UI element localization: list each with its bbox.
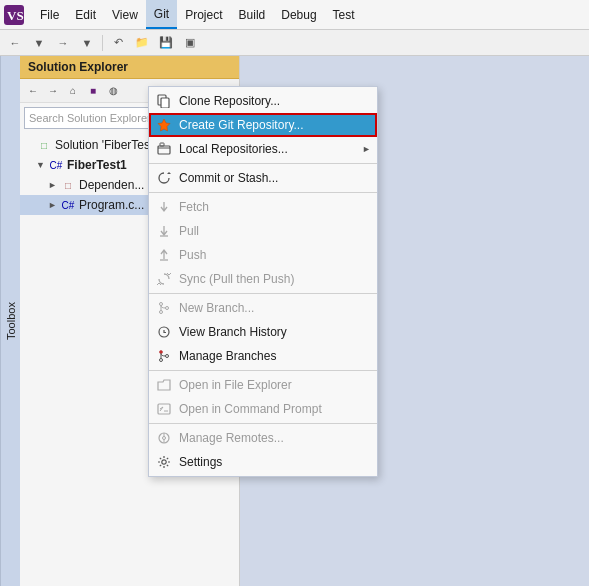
main-toolbar: ← ▼ → ▼ ↶ 📁 💾 ▣ (0, 30, 589, 56)
solution-icon: □ (36, 137, 52, 153)
separator3 (149, 293, 377, 294)
se-history-btn[interactable]: ◍ (104, 82, 122, 100)
se-vs-btn[interactable]: ■ (84, 82, 102, 100)
programcs-label: Program.c... (79, 198, 144, 212)
menu-edit[interactable]: Edit (67, 0, 104, 29)
view-branch-history-icon (155, 325, 173, 339)
undo-btn[interactable]: ↶ (107, 32, 129, 54)
fetch-icon (155, 200, 173, 214)
push-icon (155, 248, 173, 262)
menu-clone-repo[interactable]: Clone Repository... (149, 89, 377, 113)
settings-icon (155, 455, 173, 469)
menu-commit-stash[interactable]: Commit or Stash... (149, 166, 377, 190)
settings-label: Settings (179, 455, 222, 469)
menu-build[interactable]: Build (231, 0, 274, 29)
arrow-right2: ► (48, 200, 60, 210)
commit-stash-icon (155, 171, 173, 185)
menu-fetch[interactable]: Fetch (149, 195, 377, 219)
git-dropdown-menu: Clone Repository... Create Git Repositor… (148, 86, 378, 477)
sync-icon (155, 272, 173, 286)
fetch-label: Fetch (179, 200, 209, 214)
menu-git[interactable]: Git (146, 0, 177, 29)
open-file-explorer-icon (155, 378, 173, 392)
new-branch-icon (155, 301, 173, 315)
arrow-right: ► (48, 180, 60, 190)
solution-explorer-header: Solution Explorer (20, 56, 239, 79)
menu-settings[interactable]: Settings (149, 450, 377, 474)
menu-view-branch-history[interactable]: View Branch History (149, 320, 377, 344)
menu-manage-branches[interactable]: Manage Branches (149, 344, 377, 368)
menu-new-branch[interactable]: New Branch... (149, 296, 377, 320)
se-back-btn[interactable]: ← (24, 82, 42, 100)
save-btn[interactable]: 💾 (155, 32, 177, 54)
svg-point-13 (160, 359, 163, 362)
manage-branches-label: Manage Branches (179, 349, 276, 363)
svg-rect-5 (158, 146, 170, 154)
menu-local-repos[interactable]: Local Repositories... ► (149, 137, 377, 161)
local-repos-icon (155, 142, 173, 156)
menu-manage-remotes[interactable]: Manage Remotes... (149, 426, 377, 450)
menu-project[interactable]: Project (177, 0, 230, 29)
vs-logo: VS (4, 5, 24, 25)
svg-point-14 (166, 355, 169, 358)
menu-open-file-explorer[interactable]: Open in File Explorer (149, 373, 377, 397)
pull-icon (155, 224, 173, 238)
forward-btn[interactable]: → (52, 32, 74, 54)
dependency-icon: □ (60, 177, 76, 193)
separator1 (149, 163, 377, 164)
menu-create-git-repo[interactable]: Create Git Repository... (149, 113, 377, 137)
manage-branches-icon (155, 349, 173, 363)
open-file-btn[interactable]: 📁 (131, 32, 153, 54)
separator2 (149, 192, 377, 193)
menu-pull[interactable]: Pull (149, 219, 377, 243)
create-git-repo-label: Create Git Repository... (179, 118, 304, 132)
svg-rect-3 (161, 98, 169, 108)
menu-push[interactable]: Push (149, 243, 377, 267)
menu-test[interactable]: Test (325, 0, 363, 29)
menu-open-cmd[interactable]: Open in Command Prompt (149, 397, 377, 421)
new-branch-label: New Branch... (179, 301, 254, 315)
push-label: Push (179, 248, 206, 262)
separator4 (149, 370, 377, 371)
dropdown-btn[interactable]: ▼ (28, 32, 50, 54)
se-home-btn[interactable]: ⌂ (64, 82, 82, 100)
view-branch-history-label: View Branch History (179, 325, 287, 339)
local-repos-label: Local Repositories... (179, 142, 288, 156)
svg-point-10 (160, 311, 163, 314)
toolbox-sidebar[interactable]: Toolbox (0, 56, 20, 586)
svg-marker-4 (158, 119, 170, 131)
se-forward-btn[interactable]: → (44, 82, 62, 100)
menu-file[interactable]: File (32, 0, 67, 29)
separator5 (149, 423, 377, 424)
dependencies-label: Dependen... (79, 178, 144, 192)
clone-repo-icon (155, 94, 173, 108)
svg-rect-6 (160, 143, 164, 146)
pull-label: Pull (179, 224, 199, 238)
manage-remotes-label: Manage Remotes... (179, 431, 284, 445)
open-cmd-label: Open in Command Prompt (179, 402, 322, 416)
open-file-explorer-label: Open in File Explorer (179, 378, 292, 392)
commit-stash-label: Commit or Stash... (179, 171, 278, 185)
se-search-text: Search Solution Explorer (29, 112, 151, 124)
sync-label: Sync (Pull then Push) (179, 272, 294, 286)
multi-save-btn[interactable]: ▣ (179, 32, 201, 54)
local-repos-arrow: ► (362, 144, 371, 154)
dropdown2-btn[interactable]: ▼ (76, 32, 98, 54)
svg-point-12 (160, 351, 163, 354)
svg-point-18 (163, 437, 166, 440)
svg-point-9 (160, 303, 163, 306)
menu-view[interactable]: View (104, 0, 146, 29)
svg-rect-15 (158, 404, 170, 414)
svg-text:VS: VS (7, 8, 24, 23)
back-btn[interactable]: ← (4, 32, 26, 54)
manage-remotes-icon (155, 431, 173, 445)
svg-point-11 (166, 307, 169, 310)
menu-sync[interactable]: Sync (Pull then Push) (149, 267, 377, 291)
menu-bar: VS File Edit View Git Project Build Debu… (0, 0, 589, 30)
fibertest1-label: FiberTest1 (67, 158, 127, 172)
menu-debug[interactable]: Debug (273, 0, 324, 29)
cs-file-icon: C# (60, 197, 76, 213)
clone-repo-label: Clone Repository... (179, 94, 280, 108)
arrow-down: ▼ (36, 160, 48, 170)
solution-label: Solution 'FiberTest (55, 138, 153, 152)
